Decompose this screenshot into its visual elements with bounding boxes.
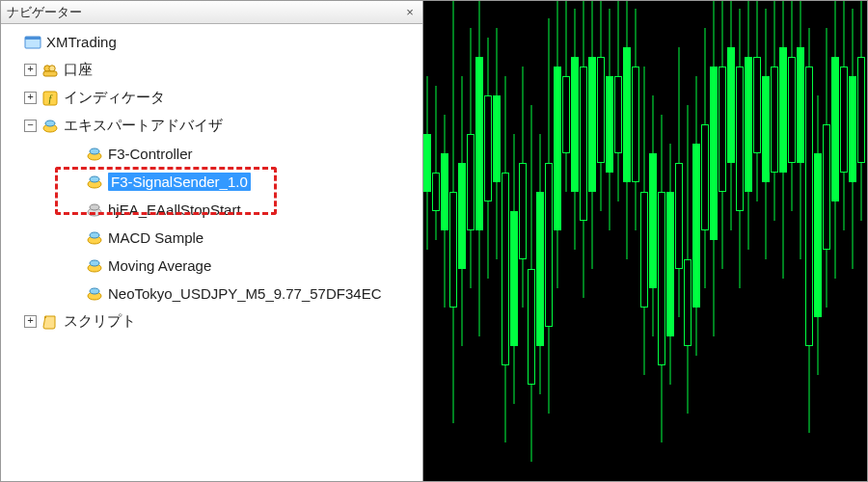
candle bbox=[502, 1, 509, 481]
candle bbox=[727, 1, 735, 481]
svg-point-12 bbox=[90, 176, 99, 182]
expert-icon bbox=[85, 201, 104, 220]
tree-item-indicators[interactable]: + f インディケータ bbox=[1, 84, 422, 112]
candle bbox=[684, 1, 692, 481]
candle bbox=[528, 1, 535, 481]
svg-point-3 bbox=[49, 65, 55, 70]
candle bbox=[719, 1, 726, 481]
tree-label: F3-SignalSender_1.0 bbox=[108, 173, 251, 191]
close-icon[interactable]: × bbox=[401, 4, 419, 21]
candle bbox=[753, 1, 761, 481]
accounts-icon bbox=[41, 61, 60, 80]
expert-icon bbox=[85, 173, 104, 192]
tree-item-expert-child[interactable]: MACD Sample bbox=[1, 224, 422, 252]
candle bbox=[545, 1, 553, 481]
candle bbox=[580, 1, 587, 481]
expert-icon bbox=[85, 145, 104, 164]
candle bbox=[623, 1, 631, 481]
tree-item-expert-child[interactable]: NeoTokyo_USDJPY_M5_9.77_57DF34EC bbox=[1, 280, 422, 308]
expand-icon[interactable]: + bbox=[24, 92, 37, 104]
tree-label: F3-Controller bbox=[108, 146, 193, 162]
script-icon bbox=[41, 312, 60, 332]
tree-root[interactable]: XMTrading bbox=[1, 28, 422, 56]
candle bbox=[519, 1, 527, 481]
svg-rect-1 bbox=[25, 37, 41, 40]
svg-point-14 bbox=[90, 204, 99, 210]
candle bbox=[814, 1, 822, 481]
candle bbox=[614, 1, 622, 481]
candle bbox=[441, 1, 448, 481]
svg-point-8 bbox=[45, 120, 55, 126]
tree-label: Moving Average bbox=[108, 257, 211, 274]
expert-icon bbox=[85, 284, 104, 304]
candle bbox=[840, 1, 848, 481]
spacer bbox=[68, 175, 81, 188]
tree-label: NeoTokyo_USDJPY_M5_9.77_57DF34EC bbox=[108, 285, 381, 302]
candle bbox=[493, 1, 501, 481]
tree-item-accounts[interactable]: + 口座 bbox=[1, 56, 422, 84]
expand-icon[interactable]: + bbox=[24, 315, 37, 328]
terminal-icon bbox=[23, 33, 42, 52]
candle bbox=[467, 1, 475, 481]
tree-item-experts[interactable]: − エキスパートアドバイザ bbox=[1, 112, 422, 140]
candle bbox=[788, 1, 796, 481]
spacer bbox=[68, 147, 81, 160]
candle bbox=[675, 1, 683, 481]
navigator-panel: ナビゲーター × XMTrading + 口座 + bbox=[1, 1, 423, 481]
candle bbox=[779, 1, 787, 481]
expand-icon[interactable]: + bbox=[24, 64, 37, 76]
svg-point-16 bbox=[90, 232, 99, 238]
indicator-icon: f bbox=[41, 89, 60, 108]
candle bbox=[510, 1, 518, 481]
spacer bbox=[7, 36, 19, 48]
candle bbox=[831, 1, 839, 481]
candle bbox=[632, 1, 639, 481]
candle bbox=[649, 1, 657, 481]
svg-point-18 bbox=[90, 260, 99, 266]
spacer bbox=[68, 287, 81, 300]
spacer bbox=[68, 231, 81, 244]
tree-label: スクリプト bbox=[64, 312, 136, 331]
candle bbox=[536, 1, 544, 481]
candle bbox=[606, 1, 613, 481]
candle bbox=[701, 1, 709, 481]
spacer bbox=[68, 259, 81, 272]
app-window: ナビゲーター × XMTrading + 口座 + bbox=[0, 0, 868, 482]
candle bbox=[432, 1, 440, 481]
tree-label: 口座 bbox=[64, 61, 93, 79]
candle bbox=[484, 1, 492, 481]
collapse-icon[interactable]: − bbox=[24, 120, 37, 132]
candle bbox=[849, 1, 856, 481]
tree-item-expert-child[interactable]: hjEA_EAallStopStart bbox=[1, 196, 422, 224]
candle bbox=[692, 1, 700, 481]
candle bbox=[449, 1, 457, 481]
candle bbox=[423, 1, 431, 481]
candle bbox=[458, 1, 466, 481]
chart-area[interactable] bbox=[423, 1, 867, 481]
tree-item-expert-child[interactable]: F3-Controller bbox=[1, 140, 422, 168]
candle bbox=[562, 1, 570, 481]
expert-icon bbox=[85, 256, 104, 276]
svg-point-20 bbox=[90, 288, 99, 294]
tree-item-expert-child[interactable]: F3-SignalSender_1.0 bbox=[1, 168, 422, 196]
candle bbox=[762, 1, 770, 481]
candle bbox=[771, 1, 778, 481]
expert-icon bbox=[85, 228, 104, 248]
tree-item-expert-child[interactable]: Moving Average bbox=[1, 252, 422, 280]
candle bbox=[475, 1, 483, 481]
candle bbox=[736, 1, 744, 481]
candle bbox=[710, 1, 718, 481]
navigator-tree: XMTrading + 口座 + f インディケータ − bbox=[1, 24, 422, 481]
candle bbox=[640, 1, 648, 481]
candle bbox=[823, 1, 830, 481]
expert-icon bbox=[41, 117, 60, 136]
candle bbox=[597, 1, 605, 481]
navigator-title: ナビゲーター bbox=[7, 4, 401, 21]
tree-label: hjEA_EAallStopStart bbox=[108, 201, 241, 218]
candle bbox=[745, 1, 752, 481]
navigator-header: ナビゲーター × bbox=[1, 1, 422, 24]
candle bbox=[658, 1, 665, 481]
tree-item-scripts[interactable]: + スクリプト bbox=[1, 308, 422, 335]
tree-label: インディケータ bbox=[64, 89, 165, 107]
candle bbox=[571, 1, 579, 481]
